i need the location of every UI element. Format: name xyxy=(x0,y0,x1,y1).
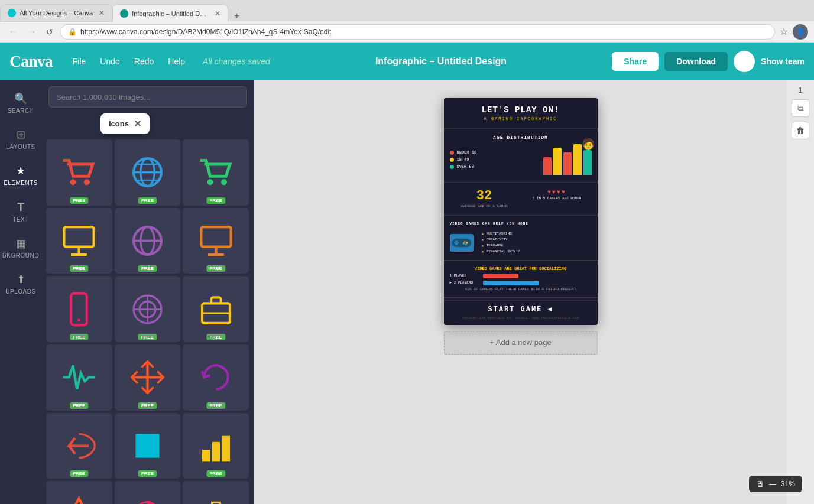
page-number: 1 xyxy=(799,86,803,95)
infog-header: LET'S PLAY ON! A GAMING INFOGRAPHIC xyxy=(444,98,598,126)
legend-over50: OVER 50 xyxy=(450,164,539,169)
age-dist: UNDER 18 18-49 OVER 50 xyxy=(450,144,592,176)
tab2-close[interactable]: ✕ xyxy=(215,9,220,18)
help-menu[interactable]: Help xyxy=(162,53,191,70)
legend-1849: 18-49 xyxy=(450,157,539,162)
zoom-minus[interactable]: — xyxy=(769,480,776,488)
canvas-scroll[interactable]: LET'S PLAY ON! A GAMING INFOGRAPHIC AGE … xyxy=(254,80,787,504)
tab1-close[interactable]: ✕ xyxy=(99,9,105,17)
free-badge: FREE xyxy=(70,265,88,272)
app-header: Canva File Undo Redo Help All changes sa… xyxy=(0,43,814,80)
show-team-button[interactable]: Show team xyxy=(761,57,805,66)
redo-menu[interactable]: Redo xyxy=(128,53,160,70)
file-menu[interactable]: File xyxy=(67,53,92,70)
profile-avatar: 👤 xyxy=(793,24,808,40)
stats-row: 32 AVERAGE AGE OF A GAMER ♥♥♥♥ 2 IN 5 GA… xyxy=(444,185,598,213)
icon-cell-arrows[interactable]: FREE xyxy=(115,344,181,411)
sidebar-item-uploads[interactable]: ⬆ UPLOADS xyxy=(0,267,41,301)
bar-chart: 🧑 xyxy=(543,144,592,176)
stat-age: 32 AVERAGE AGE OF A GAMER xyxy=(450,188,519,209)
hearts: ♥♥♥♥ xyxy=(547,188,566,195)
icon-cell-warning[interactable]: FREE xyxy=(46,481,112,504)
free-badge: FREE xyxy=(138,334,157,340)
star-2: ★ xyxy=(482,238,484,242)
sidebar-item-layouts[interactable]: ⊞ LAYOUTS xyxy=(0,122,41,156)
free-badge: FREE xyxy=(206,470,225,477)
header-menu: File Undo Redo Help xyxy=(67,53,191,70)
svg-rect-15 xyxy=(201,227,231,246)
search-input[interactable] xyxy=(48,86,247,108)
social-bars: 1 PLAYER ► 2 PLAYERS xyxy=(450,274,592,285)
zoom-monitor-icon: 🖥 xyxy=(756,479,764,489)
icon-cell-square[interactable]: FREE xyxy=(115,413,181,479)
sidebar-item-background[interactable]: ▦ BKGROUND xyxy=(0,231,41,265)
infog-footer: START GAME ◄ INFORMATION PROVIDED BY: SO… xyxy=(444,300,598,325)
icon-cell-target[interactable]: FREE xyxy=(115,276,181,342)
bookmark-button[interactable]: ☆ xyxy=(780,26,788,37)
free-badge: FREE xyxy=(138,265,157,272)
icon-cell-briefcase[interactable]: FREE xyxy=(183,276,249,342)
add-page-area[interactable]: + Add a new page xyxy=(444,331,598,355)
icon-cell-trash[interactable]: FREE xyxy=(183,481,249,504)
icon-cell-pulse[interactable]: FREE xyxy=(46,344,112,411)
sidebar-uploads-label: UPLOADS xyxy=(5,288,35,295)
page-wrapper: LET'S PLAY ON! A GAMING INFOGRAPHIC AGE … xyxy=(444,98,598,355)
icon-cell-brain[interactable]: FREE xyxy=(115,481,181,504)
reload-button[interactable]: ↺ xyxy=(44,26,56,38)
free-badge: FREE xyxy=(206,197,225,204)
back-button[interactable]: ← xyxy=(6,25,20,38)
icon-cell-monitor2[interactable]: FREE xyxy=(183,208,249,274)
icon-cell-globe[interactable]: FREE xyxy=(115,139,181,206)
browser-tab-1[interactable]: All Your Designs – Canva ✕ xyxy=(0,4,112,22)
url-bar[interactable]: 🔒 https://www.canva.com/design/DAB2Md0M5… xyxy=(60,24,775,40)
browser-tab-2[interactable]: Infographic – Untitled De… ✕ xyxy=(112,4,228,22)
new-tab-button[interactable]: + xyxy=(228,11,245,21)
share-button[interactable]: Share xyxy=(612,52,659,71)
skills-content: ★ MULTITASKING ★ CREATIVITY ★ TEAMWORK xyxy=(444,232,598,258)
zoom-level: 31% xyxy=(781,480,795,488)
icon-cell-refresh[interactable]: FREE xyxy=(183,344,249,411)
legend-under18: UNDER 18 xyxy=(450,150,539,155)
copy-page-button[interactable]: ⧉ xyxy=(792,99,809,117)
star-4: ★ xyxy=(482,249,484,254)
skills-title: VIDEO GAMES CAN HELP YOU HONE xyxy=(450,222,528,226)
skill-multitasking: ★ MULTITASKING xyxy=(482,232,592,236)
sidebar-layouts-label: LAYOUTS xyxy=(6,144,35,150)
icon-cell-globe2[interactable]: FREE xyxy=(115,208,181,274)
sidebar-item-elements[interactable]: ★ ELEMENTS xyxy=(0,158,41,192)
icon-cell-bars[interactable]: FREE xyxy=(183,413,249,479)
icon-cell-monitor[interactable]: FREE xyxy=(46,208,112,274)
free-badge: FREE xyxy=(206,402,225,409)
main-layout: 🔍 SEARCH ⊞ LAYOUTS ★ ELEMENTS T TEXT ▦ B… xyxy=(0,80,814,504)
free-badge: FREE xyxy=(206,265,225,272)
icons-popup-close[interactable]: ✕ xyxy=(134,118,141,129)
skill-financial: ★ FINANCIAL SKILLS xyxy=(482,249,592,254)
sidebar-search-label: SEARCH xyxy=(8,108,34,114)
infog-subtitle: A GAMING INFOGRAPHIC xyxy=(450,116,592,121)
forward-button[interactable]: → xyxy=(25,25,39,38)
social-bar-2players: ► 2 PLAYERS xyxy=(450,281,592,285)
delete-page-button[interactable]: 🗑 xyxy=(792,122,809,139)
svg-rect-31 xyxy=(222,436,229,462)
icon-cell-phone[interactable]: FREE xyxy=(46,276,112,342)
svg-rect-42 xyxy=(455,240,458,245)
svg-point-1 xyxy=(84,180,90,186)
legend-under18-label: UNDER 18 xyxy=(457,150,477,155)
background-icon: ▦ xyxy=(16,237,26,250)
icon-cell-cart[interactable]: FREE xyxy=(46,139,112,206)
icon-cell-arrow-left[interactable]: FREE xyxy=(46,413,112,479)
sidebar-item-search[interactable]: 🔍 SEARCH xyxy=(0,86,41,120)
free-badge: FREE xyxy=(206,334,225,340)
free-badge: FREE xyxy=(138,197,157,204)
address-bar-row: ← → ↺ 🔒 https://www.canva.com/design/DAB… xyxy=(0,21,814,43)
svg-rect-28 xyxy=(135,434,159,457)
sidebar-item-text[interactable]: T TEXT xyxy=(0,194,41,229)
free-badge: FREE xyxy=(70,402,88,409)
controller-box xyxy=(450,234,474,252)
download-button[interactable]: Download xyxy=(664,52,728,71)
icons-popup: Icons ✕ xyxy=(100,113,150,134)
stat-women-label: 2 IN 5 GAMERS ARE WOMEN xyxy=(533,196,582,200)
icon-cell-cart2[interactable]: FREE xyxy=(183,139,249,206)
legend-over50-label: OVER 50 xyxy=(457,164,474,169)
undo-menu[interactable]: Undo xyxy=(94,53,125,70)
